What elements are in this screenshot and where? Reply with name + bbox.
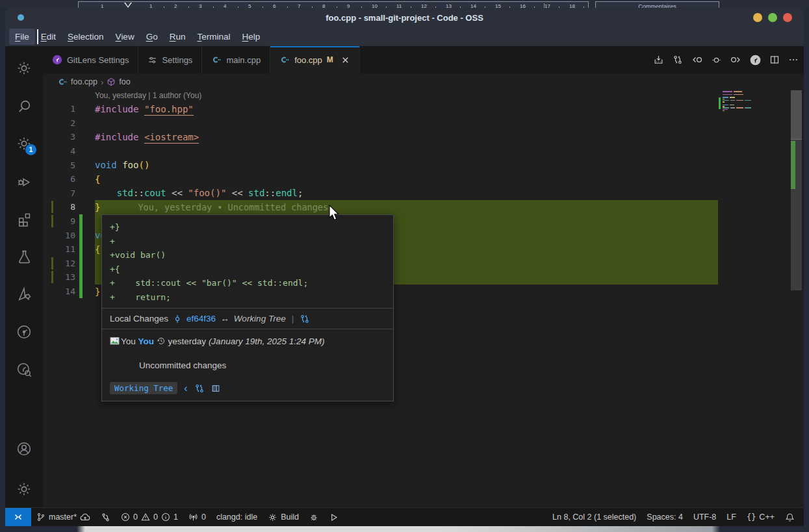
status-eol[interactable]: LF — [721, 508, 741, 526]
tab-foo-cpp[interactable]: foo.cppM — [270, 46, 360, 73]
working-tree-badge[interactable]: Working Tree — [110, 382, 177, 394]
code-editor[interactable]: +}++void bar()+{+ std::cout << "bar()" <… — [43, 90, 804, 507]
activity-gitlens-inspect[interactable] — [5, 354, 43, 385]
history-icon — [157, 336, 166, 346]
code-line-3[interactable]: 3#include <iostream> — [43, 130, 804, 144]
graph-icon — [101, 513, 110, 522]
status-text: 0 — [133, 513, 138, 522]
status-problems[interactable]: 001 — [116, 508, 183, 526]
compare-arrow: ↔ — [220, 314, 229, 323]
code-line-8[interactable]: 8}You, yesterday • Uncommitted changes — [43, 200, 804, 214]
tab-label: GitLens Settings — [67, 55, 129, 65]
ports-icon — [188, 513, 198, 522]
menu-edit[interactable]: Edit — [35, 27, 62, 46]
menu-view[interactable]: View — [110, 27, 140, 46]
minimap-line — [723, 100, 751, 101]
status-text: C++ — [759, 513, 775, 522]
activity-extensions[interactable] — [5, 203, 43, 234]
close-window-button[interactable] — [783, 13, 792, 22]
author-link[interactable]: You — [138, 336, 155, 346]
code-line-5[interactable]: 5void foo() — [43, 158, 804, 172]
ruler-number: 13 — [446, 3, 452, 8]
status-text: Spaces: 4 — [647, 513, 683, 522]
added-line-gutter-bar — [79, 257, 83, 271]
open-change-icon[interactable] — [712, 55, 721, 65]
activity-settings[interactable] — [5, 474, 43, 505]
minimize-button[interactable] — [753, 13, 762, 22]
cpp-file-icon — [211, 55, 222, 65]
bell-icon — [785, 513, 795, 522]
status-git-branch[interactable]: master* — [31, 508, 96, 526]
status-run-target[interactable] — [324, 508, 344, 526]
activity-testing[interactable] — [5, 241, 43, 272]
status-cmake-build[interactable]: Build — [263, 508, 304, 526]
added-line-gutter-bar — [79, 242, 83, 257]
minimap[interactable] — [719, 91, 787, 117]
menu-file[interactable]: File — [9, 29, 35, 45]
editor-scrollbar[interactable] — [791, 90, 802, 290]
gitlens-round-icon[interactable] — [750, 55, 761, 66]
maximize-button[interactable] — [768, 13, 777, 22]
activity-gitlens[interactable] — [5, 316, 43, 348]
close-tab-icon[interactable] — [340, 55, 350, 65]
status-text: 0 — [201, 513, 206, 522]
ruler-number: 9 — [347, 3, 350, 8]
scrollbar-thumb[interactable] — [791, 90, 802, 140]
minimap-change-bar — [719, 97, 721, 109]
tab-gitlens-settings[interactable]: GitLens Settings — [43, 46, 138, 73]
stage-icon[interactable] — [653, 55, 664, 66]
activity-explorer[interactable] — [5, 53, 43, 84]
menu-go[interactable]: Go — [140, 27, 164, 46]
prev-change-icon[interactable] — [691, 55, 703, 65]
menu-terminal[interactable]: Terminal — [191, 27, 236, 46]
menu-help[interactable]: Help — [236, 27, 266, 46]
activity-source-control[interactable]: 1 — [5, 128, 43, 159]
split-icon[interactable] — [769, 55, 780, 65]
added-line-gutter-bar — [79, 214, 83, 229]
line-number: 8 — [43, 202, 75, 212]
status-notifications[interactable] — [780, 508, 800, 526]
activity-run-debug[interactable] — [5, 166, 43, 197]
status-clangd-status[interactable]: clangd: idle — [211, 508, 263, 526]
status-indentation[interactable]: Spaces: 4 — [641, 508, 688, 526]
line-number: 12 — [43, 259, 75, 268]
open-changes-icon[interactable] — [300, 314, 310, 324]
code-line-2[interactable]: 2 — [43, 116, 804, 131]
status-encoding[interactable]: UTF-8 — [688, 508, 721, 526]
code-line-1[interactable]: 1#include "foo.hpp" — [43, 102, 804, 116]
chevron-left-icon[interactable]: ‹ — [184, 385, 187, 392]
compare-changes-icon[interactable] — [194, 383, 205, 394]
tab-settings[interactable]: Settings — [138, 46, 202, 73]
code-line-6[interactable]: 6{ — [43, 172, 804, 186]
compare-icon[interactable] — [673, 55, 683, 65]
status-debug-target[interactable] — [304, 508, 324, 526]
branch-icon — [36, 513, 45, 522]
breadcrumb-file[interactable]: foo.cpp — [71, 77, 97, 86]
status-remote-indicator[interactable] — [5, 508, 31, 526]
next-change-icon[interactable] — [730, 55, 741, 65]
status-cursor-position[interactable]: Ln 8, Col 2 (1 selected) — [547, 508, 641, 526]
titlebar[interactable]: foo.cpp - small-git-project - Code - OSS — [5, 8, 804, 27]
diff-added-line: +} — [110, 220, 385, 234]
gitlens-authors-codelens[interactable]: You, yesterday | 1 author (You) — [95, 91, 201, 102]
ruler-number: 10 — [372, 3, 378, 8]
activity-accounts[interactable] — [5, 433, 43, 464]
breadcrumb-symbol[interactable]: foo — [119, 77, 130, 86]
code-line-4[interactable]: 4 — [43, 144, 804, 158]
code-line-7[interactable]: 7 std::cout << "foo()" << std::endl; — [43, 186, 804, 201]
inline-blame-annotation: You, yesterday • Uncommitted changes — [138, 202, 328, 212]
status-commit-graph[interactable] — [96, 508, 116, 526]
open-side-by-side-icon[interactable] — [211, 384, 220, 393]
status-ports[interactable]: 0 — [183, 508, 211, 526]
more-icon[interactable] — [788, 55, 799, 65]
activity-cmake[interactable] — [5, 279, 43, 310]
activity-search[interactable] — [5, 90, 43, 121]
tab-main-cpp[interactable]: main.cpp — [202, 46, 270, 73]
ruler-number: 8 — [322, 3, 325, 8]
pipe-separator: | — [292, 314, 294, 323]
menu-run[interactable]: Run — [164, 27, 192, 46]
status-language-mode[interactable]: {}C++ — [741, 508, 780, 526]
tab-bar: GitLens SettingsSettingsmain.cppfoo.cppM — [43, 46, 804, 73]
menu-selection[interactable]: Selection — [62, 27, 110, 46]
commit-sha-link[interactable]: ef64f36 — [186, 314, 216, 323]
